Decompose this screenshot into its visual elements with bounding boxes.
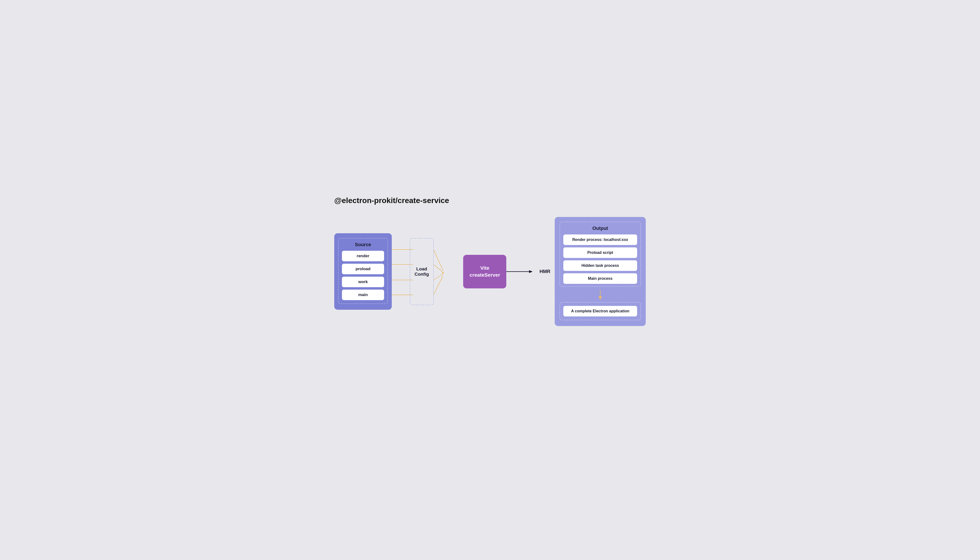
source-item-work: work — [342, 277, 384, 287]
svg-marker-8 — [442, 272, 444, 274]
page-title: @electron-prokit/create-service — [334, 196, 646, 205]
output-item-hidden-task: Hidden task process — [563, 260, 637, 271]
source-label: Source — [342, 242, 384, 247]
source-container: Source render proload work main — [334, 233, 392, 310]
down-arrow-svg — [595, 289, 605, 300]
output-container: Output Render process: localhost:xxx Pro… — [555, 217, 646, 326]
svg-line-7 — [434, 276, 443, 295]
output-arrow-area — [560, 287, 641, 302]
svg-line-5 — [434, 264, 443, 272]
output-inner-top: Output Render process: localhost:xxx Pro… — [560, 222, 641, 287]
vite-box: Vite createServer — [463, 255, 506, 288]
load-config-label: Load Config — [410, 266, 433, 277]
svg-line-4 — [434, 250, 443, 270]
output-label: Output — [563, 226, 637, 231]
page-container: @electron-prokit/create-service Source r… — [322, 187, 658, 373]
diagram-wrapper: Source render proload work main — [334, 217, 646, 326]
load-config-container: Load Config — [410, 238, 434, 305]
hmr-label: HMR — [535, 269, 555, 274]
hmr-arrow-svg — [506, 267, 535, 277]
output-item-render: Render process: localhost:xxx — [563, 235, 637, 245]
electron-item: A complete Electron application — [563, 306, 637, 317]
arrows-middle: Load Config — [392, 233, 463, 310]
output-item-proload: Proload script — [563, 247, 637, 258]
source-item-proload: proload — [342, 264, 384, 274]
hmr-area: HMR — [506, 267, 555, 277]
source-item-main: main — [342, 290, 384, 300]
diagram: Source render proload work main — [334, 217, 646, 326]
output-item-main-process: Main process — [563, 273, 637, 284]
source-item-render: render — [342, 251, 384, 261]
vite-label: Vite createServer — [470, 265, 500, 278]
svg-marker-10 — [529, 270, 533, 273]
svg-marker-12 — [598, 296, 602, 300]
source-inner: Source render proload work main — [338, 238, 388, 304]
output-bottom: A complete Electron application — [560, 302, 641, 320]
